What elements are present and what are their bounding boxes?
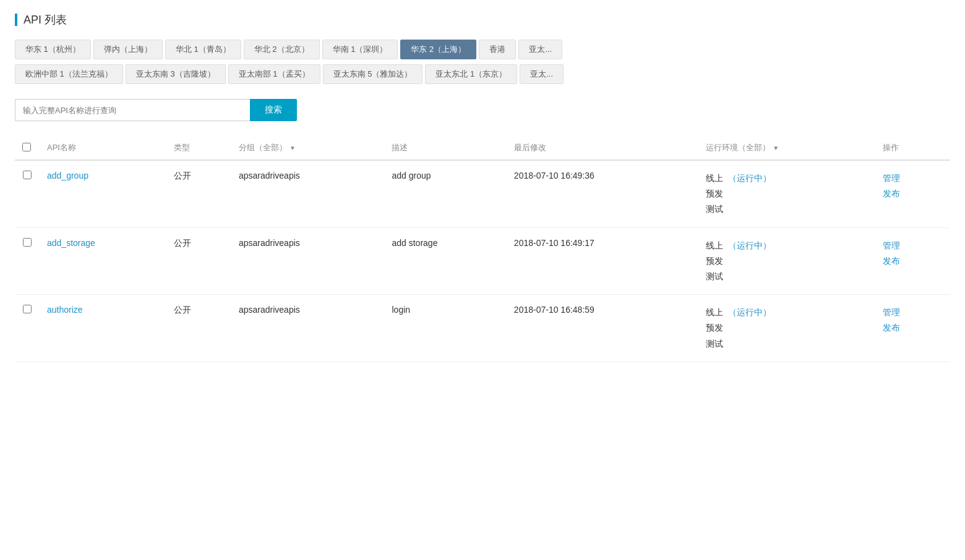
th-env[interactable]: 运行环境（全部） ▼	[698, 136, 875, 160]
group-filter-header[interactable]: 分组（全部） ▼	[239, 142, 377, 153]
th-desc: 描述	[384, 136, 506, 160]
group-header-label: 分组（全部）	[239, 142, 287, 153]
env-label: 测试	[706, 269, 723, 284]
env-label: 预发	[706, 186, 723, 202]
row-desc: add storage	[384, 227, 506, 295]
table-row: authorize公开apsaradriveapislogin2018-07-1…	[15, 295, 950, 362]
api-name-link[interactable]: add_storage	[47, 238, 95, 248]
page-title-text: API 列表	[24, 12, 67, 27]
region-tab-hongkong[interactable]: 香港	[479, 40, 516, 59]
row-desc: login	[384, 295, 506, 362]
row-checkbox-cell[interactable]	[15, 227, 40, 295]
row-checkbox-cell[interactable]	[15, 295, 40, 362]
th-select-all[interactable]	[15, 136, 40, 160]
search-row: 搜索	[15, 99, 950, 121]
page-container: API 列表 华东 1（杭州） 弹内（上海） 华北 1（青岛） 华北 2（北京）…	[0, 0, 965, 375]
th-api-name: API名称	[40, 136, 166, 160]
region-tab-tokyo[interactable]: 亚太东北 1（东京）	[425, 64, 517, 84]
row-group: apsaradriveapis	[231, 295, 385, 362]
th-type: 类型	[166, 136, 231, 160]
env-label: 线上	[706, 171, 723, 186]
region-tab-shanghai[interactable]: 弹内（上海）	[93, 40, 163, 59]
status-badge[interactable]: （运行中）	[728, 305, 771, 320]
env-filter-arrow: ▼	[773, 145, 779, 151]
region-tab-shenzhen[interactable]: 华南 1（深圳）	[322, 40, 398, 59]
env-label: 预发	[706, 320, 723, 336]
row-3-checkbox[interactable]	[23, 305, 32, 313]
region-tab-asia1[interactable]: 亚太...	[518, 40, 562, 59]
group-filter-arrow: ▼	[290, 145, 296, 151]
row-api-name[interactable]: add_storage	[40, 227, 166, 295]
select-all-checkbox[interactable]	[22, 143, 31, 151]
row-group: apsaradriveapis	[231, 160, 385, 227]
env-header-label: 运行环境（全部）	[706, 142, 770, 153]
region-tab-hangzhou[interactable]: 华东 1（杭州）	[15, 40, 91, 59]
row-desc: add group	[384, 160, 506, 227]
op-发布[interactable]: 发布	[883, 323, 900, 333]
row-api-name[interactable]: add_group	[40, 160, 166, 227]
row-env: 线上预发测试（运行中）	[698, 160, 875, 227]
region-tab-asia2[interactable]: 亚太...	[520, 64, 564, 84]
op-管理[interactable]: 管理	[883, 173, 900, 183]
row-op[interactable]: 管理发布	[875, 227, 950, 295]
row-checkbox-cell[interactable]	[15, 160, 40, 227]
table-header-row: API名称 类型 分组（全部） ▼ 描述 最后修改 运行环境（全部） ▼ 操作	[15, 136, 950, 160]
region-tab-jakarta[interactable]: 亚太东南 5（雅加达）	[323, 64, 423, 84]
table-row: add_storage公开apsaradriveapisadd storage2…	[15, 227, 950, 295]
api-name-link[interactable]: add_group	[47, 171, 88, 180]
row-env: 线上预发测试（运行中）	[698, 295, 875, 362]
row-type: 公开	[166, 227, 231, 295]
env-label: 预发	[706, 253, 723, 269]
table-body: add_group公开apsaradriveapisadd group2018-…	[15, 160, 950, 362]
op-发布[interactable]: 发布	[883, 189, 900, 198]
row-2-checkbox[interactable]	[23, 238, 32, 247]
env-label: 测试	[706, 202, 723, 217]
region-tab-qingdao[interactable]: 华北 1（青岛）	[165, 40, 241, 59]
op-发布[interactable]: 发布	[883, 256, 900, 266]
search-button[interactable]: 搜索	[250, 99, 297, 121]
row-modified: 2018-07-10 16:49:36	[507, 160, 698, 227]
api-name-link[interactable]: authorize	[47, 305, 83, 315]
env-label: 线上	[706, 238, 723, 253]
search-input[interactable]	[15, 99, 250, 121]
row-type: 公开	[166, 160, 231, 227]
region-tab-beijing[interactable]: 华北 2（北京）	[244, 40, 320, 59]
region-tab-mumbai[interactable]: 亚太南部 1（孟买）	[228, 64, 320, 84]
row-op[interactable]: 管理发布	[875, 295, 950, 362]
row-group: apsaradriveapis	[231, 227, 385, 295]
table-row: add_group公开apsaradriveapisadd group2018-…	[15, 160, 950, 227]
env-label: 测试	[706, 336, 723, 352]
th-modified: 最后修改	[507, 136, 698, 160]
row-modified: 2018-07-10 16:49:17	[507, 227, 698, 295]
env-label: 线上	[706, 305, 723, 320]
page-title: API 列表	[15, 12, 950, 27]
op-管理[interactable]: 管理	[883, 240, 900, 250]
api-table: API名称 类型 分组（全部） ▼ 描述 最后修改 运行环境（全部） ▼ 操作	[15, 136, 950, 362]
row-1-checkbox[interactable]	[23, 171, 32, 179]
row-modified: 2018-07-10 16:48:59	[507, 295, 698, 362]
region-tabs-row1: 华东 1（杭州） 弹内（上海） 华北 1（青岛） 华北 2（北京） 华南 1（深…	[15, 40, 950, 59]
th-op: 操作	[875, 136, 950, 160]
status-badge[interactable]: （运行中）	[728, 238, 771, 253]
region-tab-frankfurt[interactable]: 欧洲中部 1（法兰克福）	[15, 64, 123, 84]
region-tab-shanghai2[interactable]: 华东 2（上海）	[400, 40, 476, 59]
region-tabs-row2: 欧洲中部 1（法兰克福） 亚太东南 3（吉隆坡） 亚太南部 1（孟买） 亚太东南…	[15, 64, 950, 84]
row-api-name[interactable]: authorize	[40, 295, 166, 362]
row-type: 公开	[166, 295, 231, 362]
env-filter-header[interactable]: 运行环境（全部） ▼	[706, 142, 868, 153]
row-env: 线上预发测试（运行中）	[698, 227, 875, 295]
row-op[interactable]: 管理发布	[875, 160, 950, 227]
status-badge[interactable]: （运行中）	[728, 171, 771, 186]
th-group[interactable]: 分组（全部） ▼	[231, 136, 385, 160]
op-管理[interactable]: 管理	[883, 307, 900, 317]
region-tab-kualalumpur[interactable]: 亚太东南 3（吉隆坡）	[126, 64, 226, 84]
